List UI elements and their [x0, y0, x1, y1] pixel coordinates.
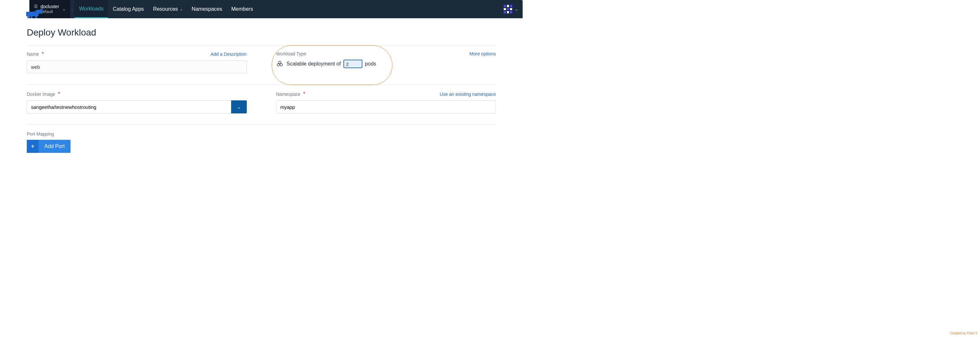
svg-rect-4 — [35, 16, 37, 18]
chevron-down-icon: ⌄ — [62, 7, 65, 11]
more-options-link[interactable]: More options — [469, 51, 496, 56]
docker-image-dropdown-button[interactable]: ⌄ — [231, 100, 247, 114]
divider — [27, 84, 496, 85]
use-existing-namespace-link[interactable]: Use an existing namespace — [440, 92, 496, 97]
pod-count-input[interactable] — [344, 60, 362, 68]
page-title: Deploy Workload — [27, 27, 496, 38]
namespace-label: Namespace — [276, 92, 301, 97]
add-port-label: Add Port — [38, 140, 70, 153]
plus-icon: + — [27, 140, 38, 153]
divider — [27, 45, 496, 45]
nav-catalog-apps[interactable]: Catalog Apps — [108, 0, 148, 18]
svg-rect-3 — [31, 16, 32, 18]
svg-point-8 — [277, 63, 279, 66]
workload-type-prefix: Scalable deployment of — [286, 61, 341, 67]
svg-rect-1 — [36, 10, 43, 14]
required-asterisk: * — [58, 91, 60, 97]
svg-rect-6 — [42, 8, 43, 10]
add-description-link[interactable]: Add a Description — [210, 52, 247, 57]
docker-image-label: Docker Image — [27, 92, 55, 97]
svg-point-9 — [280, 63, 282, 66]
rancher-logo-icon — [26, 7, 46, 18]
chevron-right-icon: › — [72, 6, 73, 12]
chevron-down-icon: ⌄ — [180, 8, 183, 11]
svg-point-10 — [278, 61, 281, 63]
nav-namespaces[interactable]: Namespaces — [187, 0, 227, 18]
svg-point-7 — [44, 9, 45, 10]
nav-workloads[interactable]: Workloads — [75, 0, 108, 18]
nav-members[interactable]: Members — [227, 0, 258, 18]
required-asterisk: * — [42, 51, 44, 57]
app-launcher[interactable]: ⌄ — [504, 0, 523, 18]
divider — [27, 125, 496, 125]
svg-rect-2 — [27, 16, 29, 18]
port-mapping-label: Port Mapping — [27, 131, 496, 136]
main-nav: ☰ docluster ▭ Default ⌄ › Workloads Cata… — [29, 0, 523, 18]
svg-rect-5 — [40, 8, 41, 10]
deployment-icon — [276, 60, 283, 68]
nav-resources[interactable]: Resources ⌄ — [148, 0, 187, 18]
docker-image-input[interactable] — [27, 100, 231, 114]
workload-type-label: Workload Type — [276, 51, 307, 56]
namespace-input[interactable] — [276, 100, 496, 114]
workload-type-suffix: pods — [365, 61, 376, 67]
app-grid-icon — [504, 5, 512, 13]
add-port-button[interactable]: + Add Port — [27, 140, 70, 153]
required-asterisk: * — [303, 91, 305, 97]
name-label: Name — [27, 52, 39, 57]
chevron-down-icon: ⌄ — [237, 104, 241, 109]
name-input[interactable] — [27, 60, 247, 73]
chevron-down-icon: ⌄ — [515, 7, 518, 11]
